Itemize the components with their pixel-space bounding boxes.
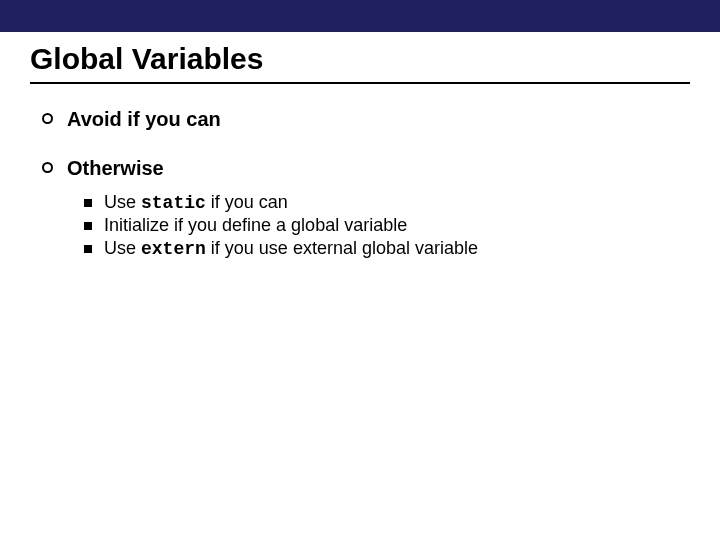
sub-list-item: Use static if you can [84, 192, 690, 213]
code-run: static [141, 193, 206, 213]
square-bullet-icon [84, 222, 92, 230]
list-item: Otherwise [42, 157, 690, 180]
header-bar [0, 0, 720, 32]
text-run: Use [104, 192, 141, 212]
list-item-text: Avoid if you can [67, 108, 221, 131]
sub-list-item-text: Initialize if you define a global variab… [104, 215, 407, 236]
sub-list-item: Use extern if you use external global va… [84, 238, 690, 259]
square-bullet-icon [84, 199, 92, 207]
square-bullet-icon [84, 245, 92, 253]
text-run: Initialize if you define a global variab… [104, 215, 407, 235]
circle-bullet-icon [42, 162, 53, 173]
code-run: extern [141, 239, 206, 259]
text-run: Use [104, 238, 141, 258]
list-item-text: Otherwise [67, 157, 164, 180]
sub-list-item-text: Use extern if you use external global va… [104, 238, 478, 259]
slide-content: Global Variables Avoid if you can Otherw… [0, 32, 720, 259]
sub-list-item-text: Use static if you can [104, 192, 288, 213]
list-item: Avoid if you can [42, 108, 690, 131]
text-run: if you can [206, 192, 288, 212]
sub-list: Use static if you can Initialize if you … [84, 192, 690, 259]
text-run: if you use external global variable [206, 238, 478, 258]
circle-bullet-icon [42, 113, 53, 124]
page-title: Global Variables [30, 42, 690, 84]
sub-list-item: Initialize if you define a global variab… [84, 215, 690, 236]
